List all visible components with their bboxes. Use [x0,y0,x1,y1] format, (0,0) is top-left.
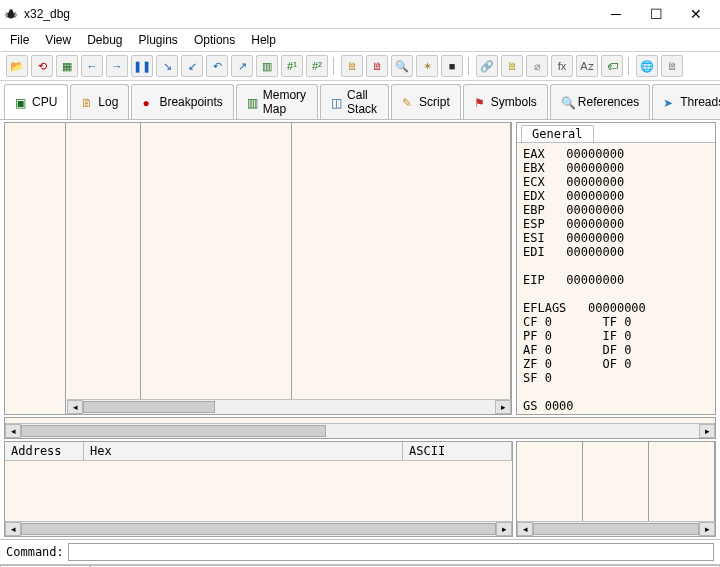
window-buttons: ─ ☐ ✕ [596,2,716,26]
menu-debug[interactable]: Debug [87,33,122,47]
tab-breakpoints[interactable]: ●Breakpoints [131,84,233,119]
tab-label: Log [98,95,118,109]
stack-panel[interactable]: ◂ ▸ [516,441,716,537]
scroll-left-arrow[interactable]: ◂ [5,424,21,438]
scroll-track[interactable] [21,425,699,437]
step-back-icon[interactable]: ← [81,55,103,77]
scroll-right-arrow[interactable]: ▸ [699,522,715,536]
star-icon[interactable]: ✶ [416,55,438,77]
tab-label: Call Stack [347,88,378,116]
row-top: ◂ ▸ General EAX 00000000 EBX 00000000 EC… [0,120,720,416]
command-input[interactable] [68,543,714,561]
menu-help[interactable]: Help [251,33,276,47]
toolbar-separator [628,57,631,75]
step-into-down-icon[interactable]: ↙ [181,55,203,77]
close-button[interactable]: ✕ [676,2,716,26]
tab-bar: ▣CPU🗎Log●Breakpoints▥Memory Map◫Call Sta… [0,81,720,120]
scroll-left-arrow[interactable]: ◂ [67,400,83,414]
tab-log[interactable]: 🗎Log [70,84,129,119]
fx-icon[interactable]: fx [551,55,573,77]
dump-header: Address Hex ASCII [5,442,512,461]
registers-tab-general[interactable]: General [521,125,594,142]
minimize-button[interactable]: ─ [596,2,636,26]
registers-tabbar: General [517,123,715,143]
tab-label: CPU [32,95,57,109]
dump-header-ascii[interactable]: ASCII [403,442,512,460]
toolbar: 📂⟲▦←→❚❚↘↙↶↗▥#¹#²🗎🗎🔍✶■🔗🗎⌀fxAᴢ🏷🌐🗎 [0,52,720,81]
dump-header-hex[interactable]: Hex [84,442,403,460]
scroll-left-arrow[interactable]: ◂ [517,522,533,536]
run-icon[interactable]: → [106,55,128,77]
window-title: x32_dbg [24,7,596,21]
registers-body[interactable]: EAX 00000000 EBX 00000000 ECX 00000000 E… [517,143,715,414]
dump-panel[interactable]: Address Hex ASCII ◂ ▸ [4,441,513,537]
globe-icon[interactable]: 🌐 [636,55,658,77]
tab-script[interactable]: ✎Script [391,84,461,119]
title-bar: x32_dbg ─ ☐ ✕ [0,0,720,29]
refresh-icon[interactable]: ⟲ [31,55,53,77]
references-icon: 🔍 [561,96,573,108]
row-bottom: Address Hex ASCII ◂ ▸ ◂ ▸ [4,441,716,537]
strike-doc-icon[interactable]: ⌀ [526,55,548,77]
hash2-icon[interactable]: #² [306,55,328,77]
command-label: Command: [6,545,64,559]
tab-memory-map[interactable]: ▥Memory Map [236,84,318,119]
dark-square-icon[interactable]: ■ [441,55,463,77]
tab-label: Breakpoints [159,95,222,109]
tab-symbols[interactable]: ⚑Symbols [463,84,548,119]
link-icon[interactable]: 🔗 [476,55,498,77]
menu-bar: FileViewDebugPluginsOptionsHelp [0,29,720,52]
scroll-right-arrow[interactable]: ▸ [495,400,511,414]
info-hscrollbar[interactable]: ◂ ▸ [5,423,715,438]
doc2-icon[interactable]: 🗎 [501,55,523,77]
disasm-col-address [5,123,66,414]
dump-hscrollbar[interactable]: ◂ ▸ [5,521,512,536]
disasm-hscrollbar[interactable]: ◂ ▸ [67,399,511,414]
threads-icon: ➤ [663,96,675,108]
db-square-icon[interactable]: ▦ [56,55,78,77]
open-folder-icon[interactable]: 📂 [6,55,28,77]
info-panel[interactable]: ◂ ▸ [4,417,716,439]
toolbar-separator [468,57,471,75]
tab-label: Memory Map [263,88,307,116]
az-icon[interactable]: Aᴢ [576,55,598,77]
disasm-col-bytes [66,123,141,414]
tab-call-stack[interactable]: ◫Call Stack [320,84,389,119]
doc-red-icon[interactable]: 🗎 [366,55,388,77]
chip-icon[interactable]: ▥ [256,55,278,77]
call-stack-icon: ◫ [331,96,342,108]
main-area: ◂ ▸ General EAX 00000000 EBX 00000000 EC… [0,120,720,539]
tag-icon[interactable]: 🏷 [601,55,623,77]
tab-threads[interactable]: ➤Threads [652,84,720,119]
symbols-icon: ⚑ [474,96,486,108]
stack-hscrollbar[interactable]: ◂ ▸ [517,521,715,536]
step-out-icon[interactable]: ↗ [231,55,253,77]
settings-doc-icon[interactable]: 🗎 [661,55,683,77]
maximize-button[interactable]: ☐ [636,2,676,26]
scroll-track[interactable] [21,523,496,535]
cpu-icon: ▣ [15,96,27,108]
app-bug-icon [4,7,18,21]
hash1-icon[interactable]: #¹ [281,55,303,77]
disasm-col-comment [292,123,511,414]
menu-plugins[interactable]: Plugins [139,33,178,47]
search-icon[interactable]: 🔍 [391,55,413,77]
step-back2-icon[interactable]: ↶ [206,55,228,77]
menu-view[interactable]: View [45,33,71,47]
disassembly-panel[interactable]: ◂ ▸ [4,122,512,415]
scroll-right-arrow[interactable]: ▸ [699,424,715,438]
pause-icon[interactable]: ❚❚ [131,55,153,77]
script-icon: ✎ [402,96,414,108]
tab-label: References [578,95,639,109]
menu-options[interactable]: Options [194,33,235,47]
tab-references[interactable]: 🔍References [550,84,650,119]
scroll-track[interactable] [83,401,495,413]
scroll-right-arrow[interactable]: ▸ [496,522,512,536]
scroll-left-arrow[interactable]: ◂ [5,522,21,536]
tab-cpu[interactable]: ▣CPU [4,84,68,119]
doc-yellow-icon[interactable]: 🗎 [341,55,363,77]
step-over-down-icon[interactable]: ↘ [156,55,178,77]
dump-header-address[interactable]: Address [5,442,84,460]
scroll-track[interactable] [533,523,699,535]
menu-file[interactable]: File [10,33,29,47]
